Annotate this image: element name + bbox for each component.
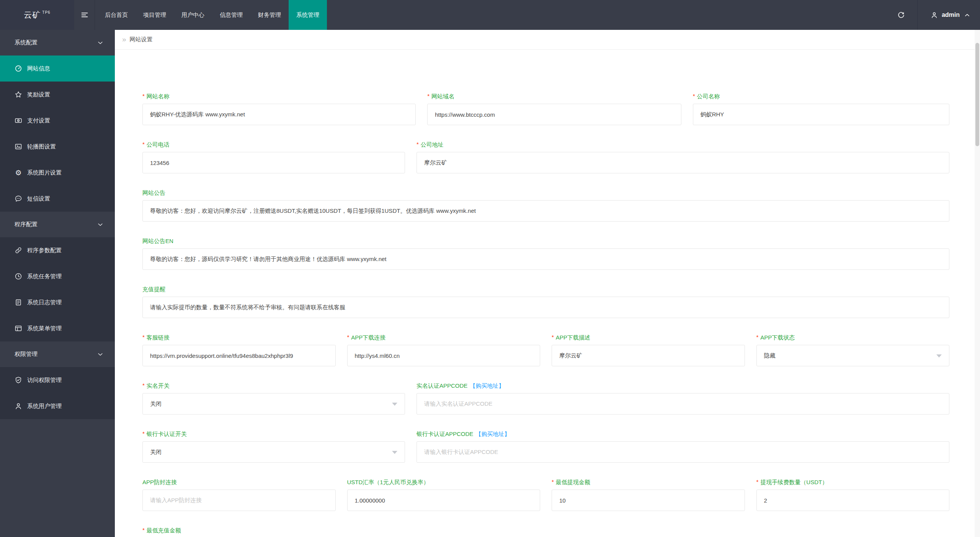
field-recharge-notice: 充值提醒请输入实际提币的数量，数量不符系统将不给予审核。有问题请联系在线客服 (142, 286, 949, 318)
company-name-input[interactable]: 蚂蚁RHY (693, 104, 949, 125)
menu-window-icon (15, 325, 22, 332)
realname-switch-select[interactable]: 关闭 (142, 393, 405, 415)
company-phone-input[interactable]: 123456 (142, 152, 405, 173)
top-nav-home[interactable]: 后台首页 (97, 0, 136, 30)
app-antiblock-link-input[interactable]: 请输入APP防封连接 (142, 490, 336, 511)
input-value: 蚂蚁RHY (701, 111, 724, 118)
bankcard-switch-select[interactable]: 关闭 (142, 441, 405, 463)
field-min-withdraw: *最低提现金额10 (552, 478, 745, 511)
field-bankcard-appcode: 银行卡认证APPCODE 【购买地址】请输入银行卡认证APPCODE (416, 430, 949, 463)
sidebar-item-task-manage[interactable]: 系统任务管理 (0, 263, 115, 289)
top-nav-user[interactable]: 用户中心 (174, 0, 212, 30)
sidebar-item-site-info[interactable]: 网站信息 (0, 55, 115, 82)
input-placeholder: 请输入实名认证APPCODE (424, 400, 492, 408)
sidebar-item-image-setting[interactable]: ⚙系统图片设置 (0, 160, 115, 186)
user-menu[interactable]: admin (918, 0, 980, 30)
field-label-row: 网站公告EN (142, 237, 949, 245)
form-row: *银行卡认证开关关闭银行卡认证APPCODE 【购买地址】请输入银行卡认证APP… (142, 430, 949, 463)
sidebar-section-label: 程序配置 (15, 221, 38, 228)
app-logo[interactable]: 云矿TP6 (0, 0, 74, 30)
min-withdraw-input[interactable]: 10 (552, 490, 745, 511)
field-app-download-desc: *APP下载描述摩尔云矿 (552, 334, 745, 366)
sidebar-item-access-manage[interactable]: 访问权限管理 (0, 367, 115, 393)
form-row: *公司电话123456*公司地址摩尔云矿 (142, 141, 949, 173)
buy-address-link[interactable]: 【购买地址】 (475, 431, 510, 438)
withdraw-fee-input[interactable]: 2 (756, 490, 950, 511)
chevron-up-icon (963, 11, 971, 19)
input-value: 尊敬的访客：您好，欢迎访问摩尔云矿，注册赠送8USDT,实名赠送10USDT，每… (150, 207, 476, 215)
sidebar-item-pay-setting[interactable]: 支付设置 (0, 108, 115, 134)
input-value: 尊敬的访客：您好，源码仅供学习研究！请勿用于其他商业用途！优选源码库 www.y… (150, 256, 387, 263)
breadcrumb-arrow-icon: » (122, 35, 126, 44)
sidebar-item-label: 网站信息 (27, 65, 50, 72)
top-nav-finance[interactable]: 财务管理 (250, 0, 289, 30)
clock-icon (15, 273, 22, 280)
form-row: *实名开关关闭实名认证APPCODE【购买地址】请输入实名认证APPCODE (142, 382, 949, 415)
service-link-input[interactable]: https://vm.providesupport.online/tfu94es… (142, 345, 336, 366)
realname-appcode-input[interactable]: 请输入实名认证APPCODE (416, 393, 949, 415)
sidebar-item-label: 系统任务管理 (27, 273, 62, 280)
sidebar-item-reward-setting[interactable]: 奖励设置 (0, 82, 115, 108)
field-label: 充值提醒 (142, 286, 165, 293)
company-address-input[interactable]: 摩尔云矿 (416, 152, 949, 173)
field-label: 网站名称 (147, 93, 170, 100)
top-nav-system[interactable]: 系统管理 (289, 0, 327, 30)
site-name-input[interactable]: 蚂蚁RHY-优选源码库 www.yxymk.net (142, 104, 416, 125)
field-service-link: *客服链接https://vm.providesupport.online/tf… (142, 334, 336, 366)
input-value: 2 (764, 497, 767, 504)
sidebar-section-label: 系统配置 (15, 39, 38, 46)
field-label-row: *实名开关 (142, 382, 405, 390)
site-domain-input[interactable]: https://www.btcccp.com (427, 104, 681, 125)
sidebar-section-program-config[interactable]: 程序配置 (0, 212, 115, 237)
field-bankcard-switch: *银行卡认证开关关闭 (142, 430, 405, 463)
page-title: 网站设置 (130, 36, 153, 43)
site-notice-en-input[interactable]: 尊敬的访客：您好，源码仅供学习研究！请勿用于其他商业用途！优选源码库 www.y… (142, 248, 949, 270)
app-download-status-select[interactable]: 隐藏 (756, 345, 950, 366)
field-app-download-link: *APP下载连接http://ys4.ml60.cn (347, 334, 541, 366)
buy-address-link[interactable]: 【购买地址】 (470, 382, 504, 390)
scrollbar[interactable] (975, 30, 980, 537)
app-logo-text: 云矿 (24, 10, 41, 20)
menu-toggle-icon[interactable] (74, 0, 95, 30)
sidebar-item-log-manage[interactable]: 系统日志管理 (0, 289, 115, 315)
field-site-domain: *网站域名https://www.btcccp.com (427, 93, 681, 125)
user-icon (15, 402, 22, 410)
input-placeholder: 请输入APP防封连接 (150, 497, 202, 504)
sidebar-item-banner-setting[interactable]: 轮播图设置 (0, 134, 115, 160)
refresh-button[interactable] (885, 0, 918, 30)
field-label-row: *公司地址 (416, 141, 949, 149)
bankcard-appcode-input[interactable]: 请输入银行卡认证APPCODE (416, 441, 949, 463)
field-label: 网站域名 (431, 93, 454, 100)
sidebar-item-program-params[interactable]: 程序参数配置 (0, 237, 115, 263)
sidebar-item-label: 系统图片设置 (27, 169, 62, 176)
field-label-row: *APP下载描述 (552, 334, 745, 341)
sidebar-item-sysuser-manage[interactable]: 系统用户管理 (0, 393, 115, 419)
input-value: https://www.btcccp.com (435, 111, 495, 118)
form-row: 充值提醒请输入实际提币的数量，数量不符系统将不给予审核。有问题请联系在线客服 (142, 286, 949, 318)
usdt-rate-input[interactable]: 1.00000000 (347, 490, 541, 511)
app-download-link-input[interactable]: http://ys4.ml60.cn (347, 345, 541, 366)
required-marker: * (142, 141, 145, 147)
user-name: admin (942, 11, 960, 18)
sidebar-item-sms-setting[interactable]: 短信设置 (0, 186, 115, 212)
sidebar-section-permission[interactable]: 权限管理 (0, 341, 115, 367)
recharge-notice-input[interactable]: 请输入实际提币的数量，数量不符系统将不给予审核。有问题请联系在线客服 (142, 297, 949, 318)
sidebar-section-system-config[interactable]: 系统配置 (0, 30, 115, 55)
app-download-desc-input[interactable]: 摩尔云矿 (552, 345, 745, 366)
sidebar-item-menu-manage[interactable]: 系统菜单管理 (0, 315, 115, 341)
top-nav-project[interactable]: 项目管理 (136, 0, 174, 30)
site-notice-input[interactable]: 尊敬的访客：您好，欢迎访问摩尔云矿，注册赠送8USDT,实名赠送10USDT，每… (142, 200, 949, 222)
required-marker: * (347, 334, 350, 340)
field-label-row: USTD汇率（1元人民币兑换率） (347, 478, 541, 486)
form-row: 网站公告EN尊敬的访客：您好，源码仅供学习研究！请勿用于其他商业用途！优选源码库… (142, 237, 949, 270)
link-icon (15, 246, 22, 254)
scrollbar-thumb[interactable] (975, 43, 979, 146)
gauge-icon (15, 65, 22, 72)
field-company-phone: *公司电话123456 (142, 141, 405, 173)
field-min-recharge: *最低充值金额 (142, 527, 405, 537)
input-value: 1.00000000 (355, 497, 385, 504)
field-label-row: *网站域名 (427, 93, 681, 100)
sidebar-item-label: 系统日志管理 (27, 299, 62, 306)
select-arrow-icon (392, 403, 397, 406)
top-nav-info[interactable]: 信息管理 (212, 0, 250, 30)
